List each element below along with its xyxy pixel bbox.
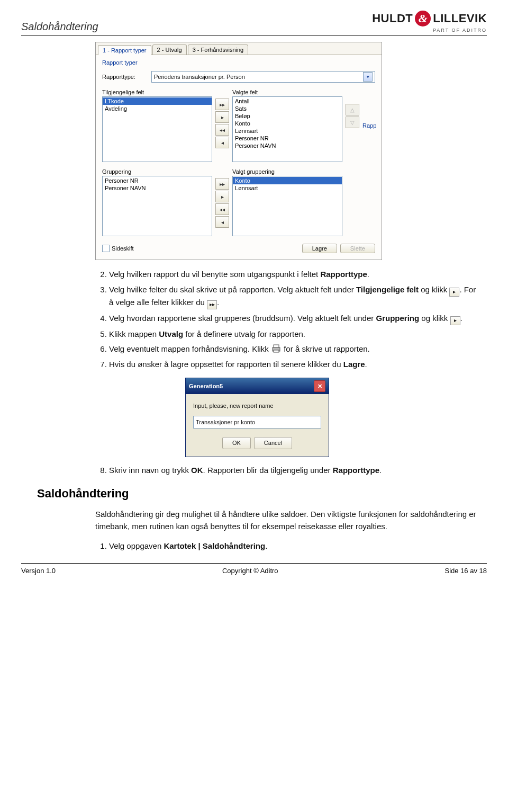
tab-utvalg[interactable]: 2 - Utvalg <box>152 44 187 55</box>
move-all-left-button[interactable]: ◂◂ <box>215 124 229 136</box>
tabbar: 1 - Rapport typer 2 - Utvalg 3 - Forhånd… <box>96 42 382 55</box>
rapporttype-label: Rapporttype: <box>102 74 135 80</box>
dialog-cancel-button[interactable]: Cancel <box>254 437 292 449</box>
chevron-down-icon: ▾ <box>363 72 373 82</box>
move-all-right-button[interactable]: ▸▸ <box>215 99 229 110</box>
step-6: Velg eventuelt mappen forhåndsvisning. K… <box>109 343 476 355</box>
double-arrow-right-icon: ▸▸ <box>207 300 217 309</box>
list-item[interactable]: Personer NAVN <box>103 184 212 192</box>
group-move-left-button[interactable]: ◂ <box>215 216 229 228</box>
arrow-right-icon: ▸ <box>449 288 459 297</box>
close-icon[interactable]: ✕ <box>314 380 325 392</box>
list-item[interactable]: Avdeling <box>103 105 212 112</box>
print-icon <box>271 344 282 353</box>
dialog-input[interactable]: Transaksjoner pr konto <box>193 416 321 429</box>
list-item[interactable]: Lønnsart <box>233 127 342 135</box>
brand-ampersand-icon: & <box>415 11 431 26</box>
list-item[interactable]: Konto <box>233 177 342 184</box>
available-fields-label: Tilgjengelige felt <box>102 89 212 95</box>
brand-left: HULDT <box>372 12 413 25</box>
tab-forhandsvisning[interactable]: 3 - Forhåndsvisning <box>188 44 249 55</box>
brand: HULDT & LILLEVIK PART OF ADITRO <box>372 11 487 33</box>
list-item[interactable]: Konto <box>233 120 342 127</box>
step-4: Velg hvordan rapportene skal grupperes (… <box>109 313 476 325</box>
rapporttype-value: Periodens transaksjoner pr. Person <box>154 74 245 80</box>
list-item[interactable]: LTkode <box>103 97 212 105</box>
move-up-button[interactable]: △ <box>346 104 359 115</box>
step-3: Velg hvilke felter du skal skrive ut på … <box>109 284 476 309</box>
footer-copyright: Copyright © Aditro <box>222 567 278 575</box>
page-header: Saldohåndtering HULDT & LILLEVIK PART OF… <box>21 11 487 35</box>
page-footer: Versjon 1.0 Copyright © Aditro Side 16 a… <box>21 563 487 575</box>
delete-button[interactable]: Slette <box>340 244 375 253</box>
list-item[interactable]: Antall <box>233 97 342 105</box>
sideskift-label: Sideskift <box>112 245 134 252</box>
svg-rect-2 <box>274 350 279 352</box>
grouping-available-list[interactable]: Personer NR Personer NAVN <box>102 176 212 236</box>
move-right-button[interactable]: ▸ <box>215 111 229 123</box>
sideskift-checkbox[interactable]: Sideskift <box>102 245 134 252</box>
move-left-button[interactable]: ◂ <box>215 137 229 148</box>
grouping-label: Gruppering <box>102 168 212 175</box>
section-heading: Saldohåndtering <box>37 487 487 501</box>
panel-section-label: Rapport typer <box>102 59 375 66</box>
dialog-label: Input, please, new report name <box>193 401 321 411</box>
footer-page: Side 16 av 18 <box>444 567 487 575</box>
save-button[interactable]: Lagre <box>302 244 337 253</box>
grouping-selected-label: Valgt gruppering <box>232 168 342 175</box>
rapport-hint: Rapp <box>362 89 375 162</box>
step-8: Skriv inn navn og trykk OK. Rapporten bl… <box>109 465 476 477</box>
brand-right: LILLEVIK <box>433 12 487 25</box>
arrow-right-icon: ▸ <box>450 316 460 325</box>
dialog-titlebar: Generation5 ✕ <box>186 378 329 394</box>
selected-fields-label: Valgte felt <box>232 89 342 95</box>
instructions: Velg hvilken rapport du vil benytte som … <box>95 269 476 476</box>
list-item[interactable]: Sats <box>233 105 342 112</box>
rapport-window: 1 - Rapport typer 2 - Utvalg 3 - Forhånd… <box>95 42 382 260</box>
section-paragraph: Saldohåndtering gir deg mulighet til å h… <box>95 508 476 532</box>
svg-rect-1 <box>274 345 279 347</box>
dialog-title: Generation5 <box>189 382 223 391</box>
step-5: Klikk mappen Utvalg for å definere utval… <box>109 328 476 341</box>
group-move-all-left-button[interactable]: ◂◂ <box>215 203 229 215</box>
move-down-button[interactable]: ▽ <box>346 117 359 128</box>
step-7: Hvis du ønsker å lagre oppsettet for rap… <box>109 359 476 371</box>
list-item[interactable]: Lønnsart <box>233 184 342 192</box>
list-item[interactable]: Beløp <box>233 112 342 120</box>
page-title: Saldohåndtering <box>21 21 98 33</box>
grouping-selected-list[interactable]: Konto Lønnsart <box>232 176 342 236</box>
list-item[interactable]: Personer NR <box>103 177 212 184</box>
save-dialog: Generation5 ✕ Input, please, new report … <box>185 378 329 457</box>
dialog-ok-button[interactable]: OK <box>222 437 251 449</box>
list-item[interactable]: Personer NR <box>233 135 342 142</box>
selected-fields-list[interactable]: Antall Sats Beløp Konto Lønnsart Persone… <box>232 96 342 162</box>
footer-version: Versjon 1.0 <box>21 567 56 575</box>
available-fields-list[interactable]: LTkode Avdeling <box>102 96 212 162</box>
rapporttype-select[interactable]: Periodens transaksjoner pr. Person ▾ <box>151 71 375 83</box>
checkbox-icon <box>102 245 110 252</box>
step-menu: Velg oppgaven Kartotek | Saldohåndtering… <box>109 540 476 552</box>
tab-rapport-typer[interactable]: 1 - Rapport typer <box>98 45 151 55</box>
group-move-all-right-button[interactable]: ▸▸ <box>215 178 229 190</box>
step-2: Velg hvilken rapport du vil benytte som … <box>109 269 476 281</box>
group-move-right-button[interactable]: ▸ <box>215 191 229 202</box>
list-item[interactable]: Personer NAVN <box>233 142 342 149</box>
brand-subtitle: PART OF ADITRO <box>372 28 487 33</box>
